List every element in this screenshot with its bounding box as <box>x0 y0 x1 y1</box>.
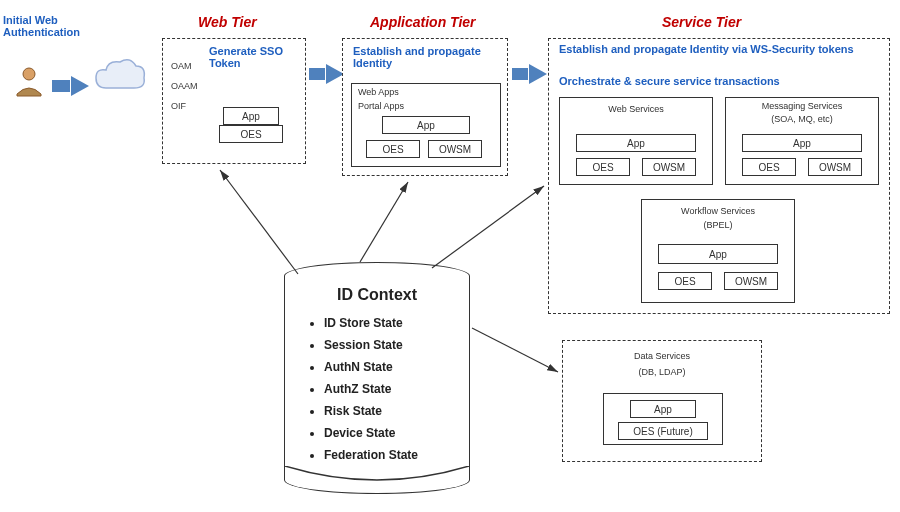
data-services-title: Data Services <box>563 351 761 361</box>
app-tier-box: Establish and propagate Identity Web App… <box>342 38 508 176</box>
web-tier-box: Generate SSO Token OAM OAAM OIF App OES <box>162 38 306 164</box>
id-context-title: ID Context <box>284 286 470 304</box>
idc-item-0: ID Store State <box>324 316 462 330</box>
user-icon <box>12 64 46 98</box>
oam-label: OAM <box>171 61 192 71</box>
svg-point-0 <box>23 68 35 80</box>
portal-apps-box: Web Apps Portal Apps App OES OWSM <box>351 83 501 167</box>
idc-item-4: Risk State <box>324 404 462 418</box>
idc-item-2: AuthN State <box>324 360 462 374</box>
arrow-web-app <box>309 64 344 84</box>
web-tier-subtitle: Generate SSO Token <box>209 45 299 69</box>
arrow-app-service <box>512 64 547 84</box>
wf-oes-box: OES <box>658 272 712 290</box>
web-apps-label: Web Apps <box>358 87 399 97</box>
initial-web-auth-label: Initial Web Authentication <box>3 14 83 38</box>
workflow-sub: (BPEL) <box>642 220 794 230</box>
web-services-title: Web Services <box>560 104 712 114</box>
data-services-sub: (DB, LDAP) <box>563 367 761 377</box>
msg-oes-box: OES <box>742 158 796 176</box>
arrow-user-cloud <box>52 76 89 96</box>
data-inner-box: App OES (Future) <box>603 393 723 445</box>
ws-app-box: App <box>576 134 696 152</box>
service-line1: Establish and propagate Identity via WS-… <box>559 43 879 55</box>
web-services-box: Web Services App OES OWSM <box>559 97 713 185</box>
service-line2: Orchestrate & secure service transaction… <box>559 75 879 87</box>
cloud-icon <box>92 54 148 98</box>
oaam-label: OAAM <box>171 81 198 91</box>
app-oes-box: OES <box>366 140 420 158</box>
id-context-list: ID Store State Session State AuthN State… <box>302 316 462 470</box>
idc-item-6: Federation State <box>324 448 462 462</box>
id-context-cylinder: ID Context ID Store State Session State … <box>284 262 470 494</box>
svg-line-2 <box>360 182 408 262</box>
messaging-box: Messaging Services (SOA, MQ, etc) App OE… <box>725 97 879 185</box>
svg-line-1 <box>220 170 298 274</box>
msg-owsm-box: OWSM <box>808 158 862 176</box>
service-tier-box: Establish and propagate Identity via WS-… <box>548 38 890 314</box>
idc-item-3: AuthZ State <box>324 382 462 396</box>
wf-app-box: App <box>658 244 778 264</box>
app-app-box: App <box>382 116 470 134</box>
svg-line-4 <box>472 328 558 372</box>
ds-app-box: App <box>630 400 696 418</box>
svg-line-3 <box>432 186 544 268</box>
web-tier-title: Web Tier <box>198 14 257 30</box>
wf-owsm-box: OWSM <box>724 272 778 290</box>
ws-owsm-box: OWSM <box>642 158 696 176</box>
portal-apps-label: Portal Apps <box>358 101 404 111</box>
data-services-box: Data Services (DB, LDAP) App OES (Future… <box>562 340 762 462</box>
ds-oes-future-box: OES (Future) <box>618 422 708 440</box>
app-tier-subtitle: Establish and propagate Identity <box>353 45 493 69</box>
msg-app-box: App <box>742 134 862 152</box>
workflow-title: Workflow Services <box>642 206 794 216</box>
service-tier-title: Service Tier <box>662 14 741 30</box>
idc-item-5: Device State <box>324 426 462 440</box>
messaging-sub: (SOA, MQ, etc) <box>726 114 878 124</box>
idc-item-1: Session State <box>324 338 462 352</box>
oif-label: OIF <box>171 101 186 111</box>
app-owsm-box: OWSM <box>428 140 482 158</box>
messaging-title: Messaging Services <box>726 101 878 111</box>
workflow-box: Workflow Services (BPEL) App OES OWSM <box>641 199 795 303</box>
web-oes-box: OES <box>219 125 283 143</box>
web-app-box: App <box>223 107 279 125</box>
ws-oes-box: OES <box>576 158 630 176</box>
app-tier-title: Application Tier <box>370 14 476 30</box>
